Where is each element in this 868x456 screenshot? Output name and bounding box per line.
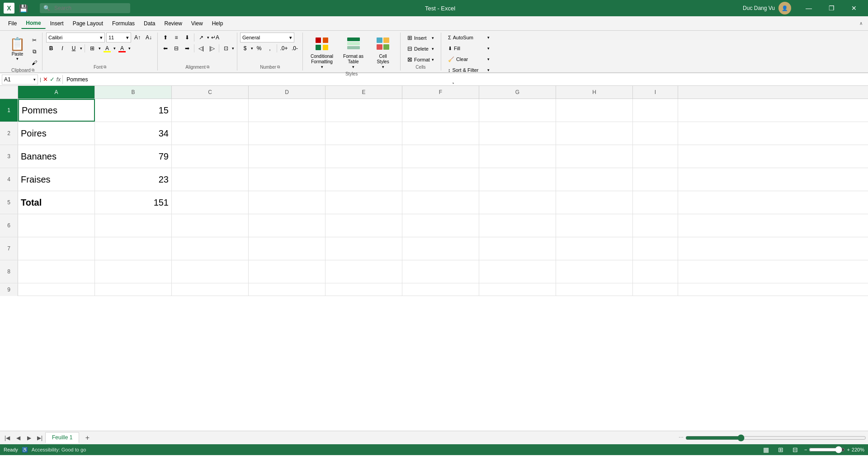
font-color-button[interactable]: A	[117, 43, 127, 53]
cell-a6[interactable]	[18, 214, 95, 237]
zoom-in-icon[interactable]: +	[847, 447, 849, 452]
cell-h5[interactable]	[556, 191, 633, 214]
row-num-3[interactable]: 3	[0, 145, 18, 168]
formula-validate-icon[interactable]: |	[40, 77, 41, 82]
wrap-text-button[interactable]: ↵A	[210, 33, 220, 42]
cell-g7[interactable]	[479, 237, 556, 260]
cut-button[interactable]: ✂	[29, 35, 39, 45]
cell-g4[interactable]	[479, 168, 556, 191]
indent-decrease-button[interactable]: ◁|	[196, 43, 206, 53]
indent-increase-button[interactable]: |▷	[207, 43, 217, 53]
cell-f7[interactable]	[402, 237, 479, 260]
cell-c4[interactable]	[172, 168, 249, 191]
font-size-selector[interactable]: 11 ▾	[106, 33, 131, 42]
cell-f8[interactable]	[402, 260, 479, 283]
autosum-button[interactable]: Σ AutoSum ▾	[445, 33, 493, 42]
row-num-6[interactable]: 6	[0, 214, 18, 237]
cell-f4[interactable]	[402, 168, 479, 191]
scrollbar-options-icon[interactable]: ⋯	[679, 435, 684, 441]
sheet-nav-next[interactable]: ▶	[24, 432, 34, 443]
cell-a1[interactable]: Pommes	[18, 99, 95, 122]
row-num-7[interactable]: 7	[0, 237, 18, 260]
horizontal-scrollbar[interactable]	[685, 434, 866, 442]
underline-button[interactable]: U	[69, 43, 79, 53]
cell-i9[interactable]	[633, 283, 678, 296]
number-format-selector[interactable]: General ▾	[240, 33, 294, 42]
cell-a9[interactable]	[18, 283, 95, 296]
cell-b1[interactable]: 15	[95, 99, 172, 122]
cell-d7[interactable]	[249, 237, 326, 260]
row-num-8[interactable]: 8	[0, 260, 18, 283]
cell-h4[interactable]	[556, 168, 633, 191]
cell-c5[interactable]	[172, 191, 249, 214]
align-left-button[interactable]: ⬅	[160, 43, 170, 53]
cell-i8[interactable]	[633, 260, 678, 283]
cell-h2[interactable]	[556, 122, 633, 145]
menu-page-layout[interactable]: Page Layout	[68, 19, 108, 28]
formula-cancel-icon[interactable]: ✕	[43, 76, 48, 83]
currency-button[interactable]: $	[240, 43, 250, 53]
cell-g6[interactable]	[479, 214, 556, 237]
cell-f1[interactable]	[402, 99, 479, 122]
cell-f9[interactable]	[402, 283, 479, 296]
cell-d9[interactable]	[249, 283, 326, 296]
insert-cells-button[interactable]: ⊞ Insert ▾	[404, 33, 437, 43]
cell-f5[interactable]	[402, 191, 479, 214]
normal-view-button[interactable]: ▦	[761, 445, 772, 454]
alignment-expand-icon[interactable]: ⧉	[207, 65, 209, 70]
cell-h8[interactable]	[556, 260, 633, 283]
clear-button[interactable]: 🧹 Clear ▾	[445, 54, 493, 64]
cell-c9[interactable]	[172, 283, 249, 296]
ribbon-collapse-button[interactable]: ∧	[857, 20, 864, 27]
cell-b2[interactable]: 34	[95, 122, 172, 145]
col-header-e[interactable]: E	[326, 86, 402, 99]
cell-a7[interactable]	[18, 237, 95, 260]
text-direction-button[interactable]: ↗	[196, 33, 206, 42]
merge-cells-button[interactable]: ⊡	[221, 43, 231, 53]
zoom-out-icon[interactable]: −	[804, 447, 807, 452]
minimize-button[interactable]: —	[798, 0, 819, 16]
col-header-a[interactable]: A	[18, 86, 95, 99]
row-num-1[interactable]: 1	[0, 99, 18, 122]
avatar[interactable]: 👤	[778, 2, 791, 14]
increase-decimal-button[interactable]: .0+	[279, 43, 289, 53]
cell-b9[interactable]	[95, 283, 172, 296]
font-expand-icon[interactable]: ⧉	[104, 65, 106, 70]
format-cells-button[interactable]: ⊠ Format ▾	[404, 55, 437, 65]
number-expand-icon[interactable]: ⧉	[277, 65, 280, 70]
fill-button[interactable]: ⬇ Fill ▾	[445, 43, 493, 53]
format-as-table-button[interactable]: Format asTable ▾	[339, 34, 368, 71]
increase-font-button[interactable]: A↑	[132, 33, 142, 42]
cell-d6[interactable]	[249, 214, 326, 237]
cell-h3[interactable]	[556, 145, 633, 168]
page-layout-view-button[interactable]: ⊞	[775, 445, 786, 454]
menu-help[interactable]: Help	[208, 19, 228, 28]
cell-c1[interactable]	[172, 99, 249, 122]
cell-c2[interactable]	[172, 122, 249, 145]
cell-d8[interactable]	[249, 260, 326, 283]
sheet-nav-prev[interactable]: ◀	[13, 432, 24, 443]
cell-d3[interactable]	[249, 145, 326, 168]
cell-e6[interactable]	[326, 214, 402, 237]
cell-i3[interactable]	[633, 145, 678, 168]
border-button[interactable]: ⊞	[87, 43, 97, 53]
cell-d4[interactable]	[249, 168, 326, 191]
cell-b5[interactable]: 151	[95, 191, 172, 214]
delete-cells-button[interactable]: ⊟ Delete ▾	[404, 44, 437, 54]
menu-review[interactable]: Review	[160, 19, 186, 28]
cell-c6[interactable]	[172, 214, 249, 237]
cell-c3[interactable]	[172, 145, 249, 168]
cell-g5[interactable]	[479, 191, 556, 214]
comma-button[interactable]: ,	[265, 43, 275, 53]
cell-d2[interactable]	[249, 122, 326, 145]
align-bottom-button[interactable]: ⬇	[182, 33, 192, 42]
cell-i4[interactable]	[633, 168, 678, 191]
align-middle-button[interactable]: ≡	[171, 33, 181, 42]
col-header-d[interactable]: D	[249, 86, 326, 99]
cell-f2[interactable]	[402, 122, 479, 145]
cell-b7[interactable]	[95, 237, 172, 260]
cell-a4[interactable]: Fraises	[18, 168, 95, 191]
cell-e1[interactable]	[326, 99, 402, 122]
sheet-nav-last[interactable]: ▶|	[34, 432, 45, 443]
cell-e4[interactable]	[326, 168, 402, 191]
